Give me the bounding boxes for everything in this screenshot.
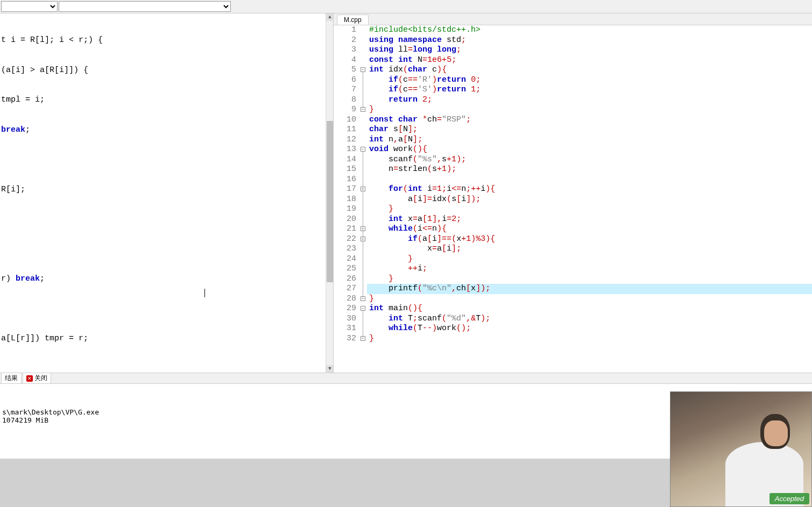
accepted-badge: Accepted [769,493,809,504]
left-scrollbar[interactable]: ▲ ▼ [326,13,333,373]
toolbar [0,0,812,13]
tab-m-cpp[interactable]: M.cpp [337,15,369,25]
right-code-area[interactable]: 1234567891011121314151617181920212223242… [334,25,812,344]
fold-toggle-icon[interactable]: − [361,67,365,72]
symbol-dropdown[interactable] [59,1,231,12]
left-editor[interactable]: t i = R[l]; i < r;) { (a[i] > a[R[i]]) {… [0,13,334,373]
text-cursor [204,289,205,297]
left-code-area[interactable]: t i = R[l]; i < r;) { (a[i] > a[R[i]]) {… [0,13,333,373]
output-tabs: 结果 ✕ 关闭 [0,373,812,383]
code-column[interactable]: #include<bits/stdc++.h>using namespace s… [367,25,812,344]
scroll-down-icon[interactable]: ▼ [326,365,334,373]
person-silhouette [725,404,806,506]
close-icon: ✕ [26,375,33,382]
editor-split: t i = R[l]; i < r;) { (a[i] > a[R[i]]) {… [0,13,812,373]
scope-dropdown[interactable] [1,1,58,12]
result-tab[interactable]: 结果 [1,373,22,384]
webcam-overlay: Accepted [670,391,812,507]
fold-column[interactable]: −−−−−−−−− [359,25,367,344]
close-tab[interactable]: ✕ 关闭 [23,373,51,384]
line-gutter: 1234567891011121314151617181920212223242… [334,25,359,344]
scroll-up-icon[interactable]: ▲ [326,13,334,21]
fold-toggle-icon[interactable]: − [361,306,365,311]
fold-toggle-icon[interactable]: − [361,147,365,152]
right-editor[interactable]: M.cpp 1234567891011121314151617181920212… [334,13,812,373]
file-tabs: M.cpp [334,13,812,25]
result-tab-label: 结果 [5,374,18,383]
scroll-thumb[interactable] [327,121,333,282]
close-tab-label: 关闭 [34,374,47,383]
